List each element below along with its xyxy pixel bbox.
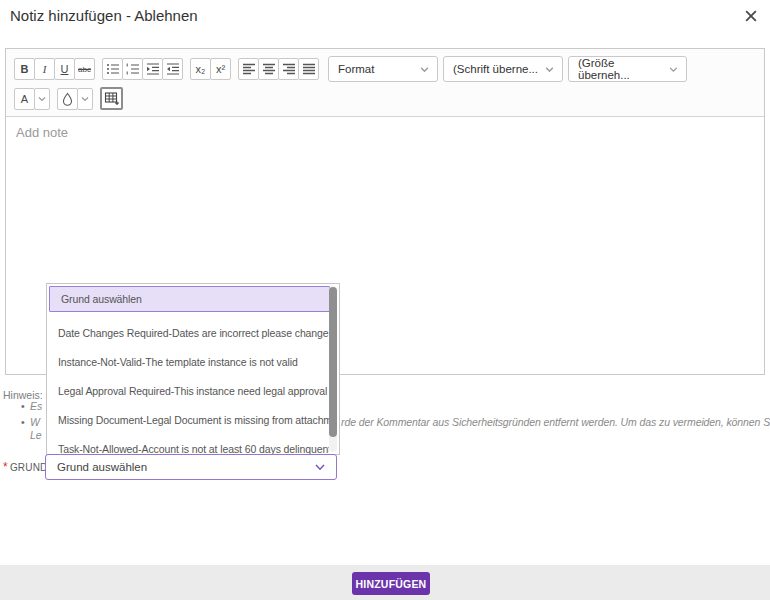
text-color-button[interactable]: A [14,88,35,110]
align-left-icon [242,62,256,76]
modal-title: Notiz hinzufügen - Ablehnen [10,7,198,24]
listbox-item-selected[interactable]: Grund auswählen [49,286,330,312]
hint-text-1: Es [30,400,42,412]
superscript-button[interactable]: x² [210,58,231,80]
reason-listbox: Grund auswählen Date Changes Required-Da… [46,283,340,455]
align-left-button[interactable] [238,58,259,80]
background-color-button[interactable] [57,88,78,110]
hint-text-2-wrap: Le [30,429,41,441]
strikethrough-button[interactable]: abc [74,58,95,80]
underline-button[interactable]: U [54,58,75,80]
bullet-list-icon [106,62,120,76]
format-select-value: Format [338,63,374,75]
numbered-list-button[interactable] [122,58,143,80]
hint-bullet-2: • [21,416,25,428]
chevron-down-icon [80,94,90,104]
format-select[interactable]: Format [328,56,438,82]
listbox-item[interactable]: Instance-Not-Valid-The template instance… [47,348,329,377]
insert-table-button[interactable] [100,87,123,110]
droplet-icon [61,92,74,106]
font-select-value: (Schrift überne... [453,63,538,75]
required-marker: * [3,460,8,474]
align-right-icon [282,62,296,76]
justify-icon [302,62,316,76]
hint-text-2-continuation: rde der Kommentar aus Sicherheitsgründen… [341,416,770,428]
chevron-down-icon [668,64,679,75]
close-icon [744,9,758,23]
reason-select-value: Grund auswählen [57,461,147,473]
justify-button[interactable] [298,58,319,80]
close-button[interactable] [744,9,760,25]
subscript-button[interactable]: x₂ [190,58,211,80]
listbox-item[interactable]: Date Changes Required-Dates are incorrec… [47,319,329,348]
outdent-icon [166,62,180,76]
chevron-down-icon [419,64,430,75]
font-select[interactable]: (Schrift überne... [443,56,563,82]
editor-toolbar: B I U abc [6,49,764,117]
text-color-chevron-button[interactable] [34,88,50,110]
add-note-modal: Notiz hinzufügen - Ablehnen B I U abc [0,0,770,600]
listbox-scrollbar-thumb[interactable] [329,287,337,437]
size-select[interactable]: (Größe überneh... [568,56,687,82]
modal-footer: HINZUFÜGEN [0,565,770,600]
chevron-down-icon [313,460,327,474]
reason-label: *GRUND [3,460,48,474]
outdent-button[interactable] [162,58,183,80]
hint-bullet-1: • [21,400,25,412]
indent-icon [146,62,160,76]
align-center-button[interactable] [258,58,279,80]
background-color-chevron-button[interactable] [77,88,93,110]
align-right-button[interactable] [278,58,299,80]
submit-button[interactable]: HINZUFÜGEN [352,572,430,595]
numbered-list-icon [126,62,140,76]
listbox-item[interactable]: Missing Document-Legal Document is missi… [47,406,329,435]
chevron-down-icon [37,94,47,104]
hint-text-2-start: W [30,416,40,428]
chevron-down-icon [544,64,555,75]
reason-select[interactable]: Grund auswählen [45,454,337,480]
bold-button[interactable]: B [14,58,35,80]
listbox-item[interactable]: Task-Not-Allowed-Account is not at least… [47,435,329,455]
indent-button[interactable] [142,58,163,80]
align-center-icon [262,62,276,76]
table-icon [104,91,119,106]
note-placeholder: Add note [16,125,68,140]
listbox-item[interactable]: Legal Approval Required-This instance ne… [47,377,329,406]
italic-button[interactable]: I [34,58,55,80]
size-select-value: (Größe überneh... [578,57,668,81]
bullet-list-button[interactable] [102,58,123,80]
